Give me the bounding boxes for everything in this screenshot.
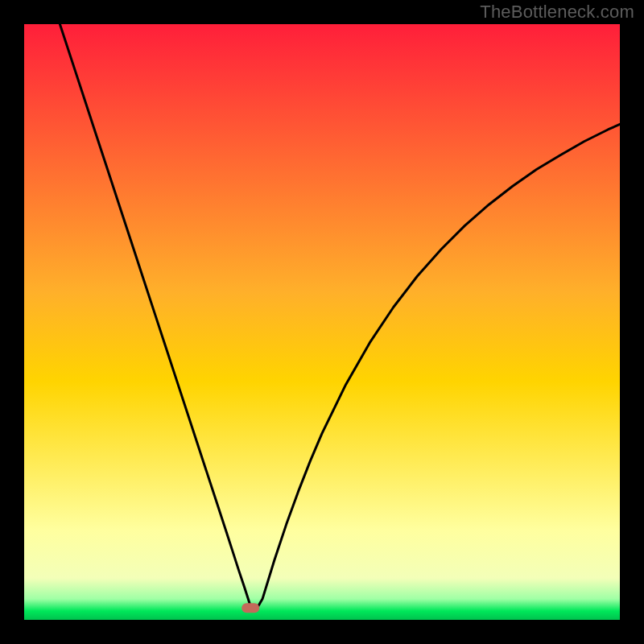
watermark-text: TheBottleneck.com xyxy=(480,2,634,23)
bottleneck-chart xyxy=(0,0,644,644)
plot-area xyxy=(24,24,620,620)
outer-frame: TheBottleneck.com xyxy=(0,0,644,644)
optimal-marker xyxy=(242,603,259,613)
